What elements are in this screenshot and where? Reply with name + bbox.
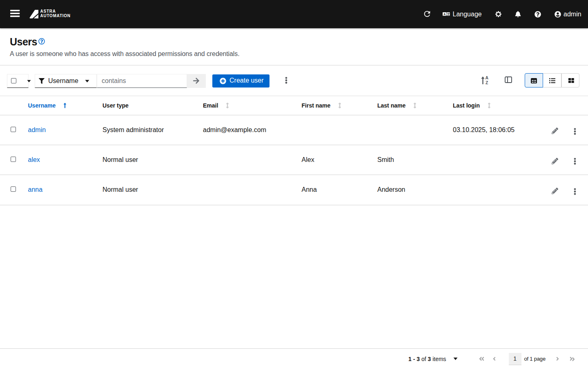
svg-text:Z: Z (486, 80, 488, 85)
svg-text:A: A (443, 13, 445, 16)
svg-text:A: A (485, 76, 488, 80)
